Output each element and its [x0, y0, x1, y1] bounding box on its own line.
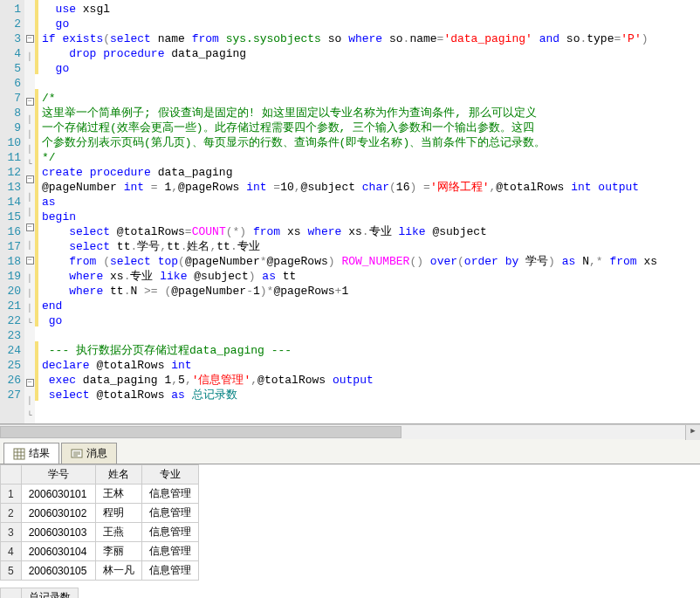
results-tab-bar: 结果 消息 — [0, 439, 700, 464]
code-line[interactable] — [42, 76, 700, 91]
code-line[interactable]: 这里举一个简单例子; 假设查询是固定的! 如这里固定以专业名称为作为查询条件, … — [42, 106, 700, 120]
fold-cell — [24, 346, 35, 361]
cell[interactable]: 王燕 — [96, 523, 142, 542]
cell[interactable]: 2006030105 — [21, 561, 96, 581]
code-line[interactable]: @pageNumber int = 1,@pageRows int =10,@s… — [42, 180, 700, 195]
scrollbar-thumb[interactable] — [0, 426, 401, 438]
line-number: 1 — [2, 2, 21, 17]
fold-cell: └ — [24, 409, 35, 423]
editor-horizontal-scrollbar[interactable]: ▶ — [0, 424, 700, 439]
column-header[interactable]: 专业 — [142, 465, 199, 485]
line-number: 17 — [2, 239, 21, 254]
code-line[interactable]: select @totalRows=COUNT(*) from xs where… — [42, 224, 700, 239]
line-number: 11 — [2, 150, 21, 165]
code-line[interactable]: drop procedure data_paging — [42, 46, 700, 61]
cell[interactable]: 林一凡 — [96, 561, 142, 581]
fold-cell: │ — [24, 301, 35, 316]
line-number: 7 — [2, 91, 21, 106]
code-line[interactable]: end — [42, 299, 700, 313]
fold-cell — [24, 331, 35, 346]
code-editor[interactable]: 1234567891011121314151617181920212223242… — [0, 0, 700, 424]
tab-messages[interactable]: 消息 — [61, 443, 117, 464]
fold-toggle-icon[interactable]: − — [26, 175, 34, 183]
column-header[interactable]: 姓名 — [96, 465, 142, 485]
table-row[interactable]: 22006030102程明信息管理 — [1, 504, 199, 523]
cell[interactable]: 信息管理 — [142, 542, 199, 561]
cell[interactable]: 信息管理 — [142, 561, 199, 581]
line-number: 6 — [2, 76, 21, 91]
table-row[interactable]: 42006030104李丽信息管理 — [1, 542, 199, 561]
row-header[interactable]: 2 — [1, 504, 22, 523]
fold-toggle-icon[interactable]: − — [26, 223, 34, 231]
code-line[interactable]: select tt.学号,tt.姓名,tt.专业 — [42, 239, 700, 254]
cell[interactable]: 2006030102 — [21, 504, 96, 523]
code-line[interactable]: /* — [42, 91, 700, 106]
row-header[interactable]: 1 — [1, 485, 22, 504]
fold-cell: │ — [24, 394, 35, 409]
line-number: 14 — [2, 195, 21, 210]
fold-toggle-icon[interactable]: − — [26, 35, 34, 43]
line-number: 2 — [2, 17, 21, 31]
table-row[interactable]: 52006030105林一凡信息管理 — [1, 561, 199, 581]
cell[interactable]: 李丽 — [96, 542, 142, 561]
code-line[interactable]: exec data_paging 1,5,'信息管理',@totalRows o… — [42, 373, 700, 388]
cell[interactable]: 2006030103 — [21, 523, 96, 542]
line-number: 19 — [2, 269, 21, 284]
line-number: 8 — [2, 106, 21, 120]
tab-messages-label: 消息 — [86, 446, 107, 461]
cell[interactable]: 王林 — [96, 485, 142, 504]
code-line[interactable] — [42, 328, 700, 343]
code-line[interactable]: go — [42, 313, 700, 328]
column-header[interactable]: 学号 — [21, 465, 96, 485]
code-line[interactable]: use xsgl — [42, 2, 700, 17]
fold-cell: − — [24, 223, 35, 238]
fold-cell — [24, 2, 35, 17]
line-number: 18 — [2, 254, 21, 269]
fold-cell: − — [24, 257, 35, 272]
results-panel: 学号姓名专业12006030101王林信息管理22006030102程明信息管理… — [0, 464, 700, 598]
code-line[interactable]: if exists(select name from sys.sysobject… — [42, 31, 700, 46]
cell[interactable]: 2006030101 — [21, 485, 96, 504]
tab-results[interactable]: 结果 — [3, 443, 59, 464]
code-line[interactable]: go — [42, 17, 700, 31]
fold-toggle-icon[interactable]: − — [26, 257, 34, 265]
table-row[interactable]: 12006030101王林信息管理 — [1, 485, 199, 504]
cell[interactable]: 信息管理 — [142, 504, 199, 523]
code-line[interactable]: --- 执行数据分页存储过程data_paging --- — [42, 343, 700, 358]
code-line[interactable]: from (select top(@pageNumber*@pageRows) … — [42, 254, 700, 269]
cell[interactable]: 程明 — [96, 504, 142, 523]
messages-icon — [71, 448, 83, 460]
column-header[interactable]: 总记录数 — [21, 588, 78, 599]
fold-cell: − — [24, 98, 35, 113]
code-line[interactable]: select @totalRows as 总记录数 — [42, 388, 700, 402]
code-area[interactable]: use xsgl goif exists(select name from sy… — [38, 0, 700, 423]
scrollbar-arrow-right-icon[interactable]: ▶ — [685, 425, 700, 440]
row-header[interactable]: 5 — [1, 561, 22, 581]
table-row[interactable]: 32006030103王燕信息管理 — [1, 523, 199, 542]
cell[interactable]: 信息管理 — [142, 523, 199, 542]
row-header[interactable]: 4 — [1, 542, 22, 561]
code-line[interactable]: 一个存储过程(效率会更高一些)。此存储过程需要四个参数, 三个输入参数和一个输出… — [42, 120, 700, 135]
fold-toggle-icon[interactable]: − — [26, 379, 34, 387]
fold-toggle-icon[interactable]: − — [26, 98, 34, 106]
code-line[interactable]: where tt.N >= (@pageNumber-1)*@pageRows+… — [42, 284, 700, 299]
grid-corner — [1, 465, 22, 485]
code-line[interactable]: declare @totalRows int — [42, 358, 700, 373]
code-line[interactable]: */ — [42, 150, 700, 165]
cell[interactable]: 信息管理 — [142, 485, 199, 504]
line-number: 3 — [2, 31, 21, 46]
code-line[interactable]: create procedure data_paging — [42, 165, 700, 180]
fold-gutter[interactable]: −│−│││└−││−│−│││└−│└ — [24, 0, 35, 423]
fold-cell: │ — [24, 286, 35, 301]
code-line[interactable]: as — [42, 195, 700, 210]
cell[interactable]: 2006030104 — [21, 542, 96, 561]
fold-cell: − — [24, 35, 35, 50]
code-line[interactable]: begin — [42, 210, 700, 224]
code-line[interactable]: where xs.专业 like @subject) as tt — [42, 269, 700, 284]
line-number: 16 — [2, 224, 21, 239]
results-grid-2[interactable]: 总记录数110 — [0, 588, 79, 598]
code-line[interactable]: go — [42, 61, 700, 76]
row-header[interactable]: 3 — [1, 523, 22, 542]
code-line[interactable]: 个参数分别表示页码(第几页)、每页显示的行数、查询条件(即专业名称)、当前条件下… — [42, 135, 700, 150]
results-grid-1[interactable]: 学号姓名专业12006030101王林信息管理22006030102程明信息管理… — [0, 464, 199, 581]
